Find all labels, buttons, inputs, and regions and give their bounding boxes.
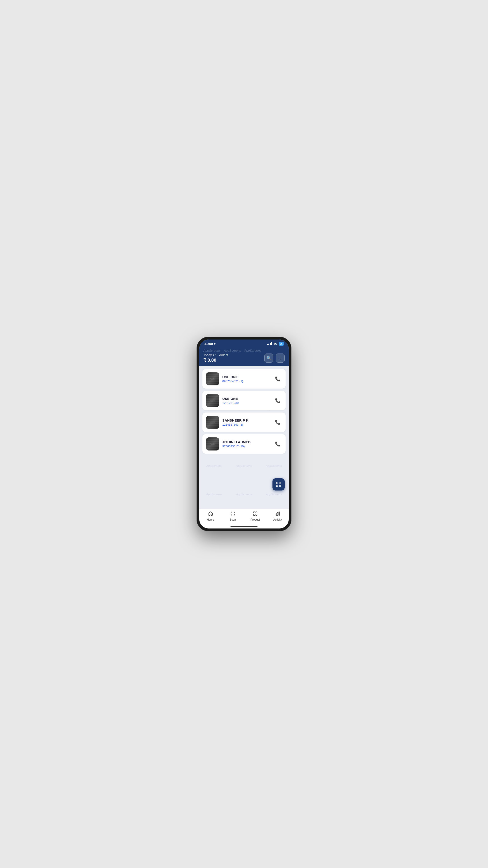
nav-item-scan[interactable]: Scan [225, 511, 241, 521]
call-button[interactable]: 📞 [273, 440, 282, 448]
customer-name: SANSHEER P K [222, 418, 270, 422]
avatar: AppSc [206, 372, 219, 385]
nav-item-product[interactable]: Product [248, 511, 263, 521]
customer-info: USE ONE 1231231230 [222, 397, 270, 405]
product-icon [253, 511, 258, 518]
svg-rect-14 [256, 514, 257, 515]
svg-rect-11 [253, 512, 255, 513]
phone-icon: 📞 [275, 376, 281, 381]
home-indicator [199, 526, 289, 528]
fab-container [272, 478, 285, 491]
customer-phone: 1231231230 [222, 401, 270, 405]
avatar: AppSc [206, 437, 219, 451]
customer-name: USE ONE [222, 397, 270, 401]
activity-icon [275, 511, 280, 518]
nav-item-home[interactable]: Home [203, 511, 219, 521]
customer-name: USE ONE [222, 375, 270, 379]
nav-product-label: Product [251, 518, 260, 521]
amount-label: ₹ 0.00 [203, 358, 228, 363]
svg-rect-5 [277, 485, 278, 486]
phone-device: 11:50 ➤ 4G 36 AppScreens AppScreens AppS… [197, 337, 291, 531]
content-area: AppScreensAppScreensAppScreens AppScreen… [199, 366, 289, 508]
svg-rect-15 [275, 514, 276, 515]
svg-rect-4 [280, 483, 280, 483]
phone-screen: 11:50 ➤ 4G 36 AppScreens AppScreens AppS… [199, 340, 289, 528]
avatar: AppSc [206, 416, 219, 429]
call-button[interactable]: 📞 [273, 375, 282, 383]
phone-icon: 📞 [275, 420, 281, 425]
avatar: AppSc [206, 394, 219, 407]
today-orders-label: Today's : 0 orders [203, 353, 228, 357]
battery-indicator: 36 [279, 342, 284, 346]
customer-info: JITHIN U AHMED 9746573617 (10) [222, 440, 270, 448]
header-bottom: Today's : 0 orders ₹ 0.00 🔍 ⋮ [203, 353, 285, 363]
customer-phone: 0987654321 (1) [222, 379, 270, 383]
watermark-row: AppScreens AppScreens AppScreens [203, 349, 285, 352]
more-icon: ⋮ [278, 355, 283, 361]
customer-card[interactable]: AppSc USE ONE 0987654321 (1) 📞 [202, 369, 286, 389]
phone-icon: 📞 [275, 441, 281, 447]
scan-icon [230, 511, 235, 518]
nav-home-label: Home [207, 518, 214, 521]
bottom-nav: Home Scan [199, 508, 289, 526]
location-icon: ➤ [214, 342, 216, 345]
customer-phone: 9746573617 (10) [222, 445, 270, 448]
phone-icon: 📞 [275, 398, 281, 403]
svg-rect-8 [280, 485, 281, 486]
network-label: 4G [273, 342, 277, 345]
svg-rect-9 [279, 486, 280, 487]
svg-rect-13 [253, 514, 255, 515]
status-right: 4G 36 [267, 342, 284, 346]
home-icon [208, 511, 213, 518]
more-button[interactable]: ⋮ [275, 353, 285, 363]
customer-name: JITHIN U AHMED [222, 440, 270, 444]
svg-rect-16 [277, 513, 278, 515]
header-actions: 🔍 ⋮ [264, 353, 285, 363]
customer-card[interactable]: AppSc SANSHEER P K 1234567893 (3) 📞 [202, 412, 286, 432]
call-button[interactable]: 📞 [273, 396, 282, 405]
nav-scan-label: Scan [230, 518, 236, 521]
scan-fab-button[interactable] [272, 478, 285, 491]
customer-card[interactable]: AppSc JITHIN U AHMED 9746573617 (10) 📞 [202, 434, 286, 454]
svg-rect-17 [279, 512, 280, 516]
customer-list: AppSc USE ONE 0987654321 (1) 📞 AppSc [202, 369, 286, 454]
svg-rect-12 [256, 512, 257, 513]
home-bar [230, 526, 258, 527]
search-icon: 🔍 [266, 355, 271, 361]
nav-activity-label: Activity [273, 518, 282, 521]
svg-rect-7 [279, 485, 280, 486]
svg-rect-3 [277, 483, 278, 483]
customer-phone: 1234567893 (3) [222, 423, 270, 426]
qr-scan-icon [275, 482, 282, 487]
customer-info: USE ONE 0987654321 (1) [222, 375, 270, 383]
status-time: 11:50 ➤ [204, 342, 216, 346]
status-bar: 11:50 ➤ 4G 36 [199, 340, 289, 347]
call-button[interactable]: 📞 [273, 418, 282, 427]
svg-rect-10 [280, 486, 281, 487]
customer-card[interactable]: AppSc USE ONE 1231231230 📞 [202, 391, 286, 410]
nav-item-activity[interactable]: Activity [270, 511, 286, 521]
header-info: Today's : 0 orders ₹ 0.00 [203, 353, 228, 363]
signal-icon [267, 342, 272, 345]
app-header: AppScreens AppScreens AppScreens Today's… [199, 347, 289, 366]
customer-info: SANSHEER P K 1234567893 (3) [222, 418, 270, 426]
search-button[interactable]: 🔍 [264, 353, 273, 363]
